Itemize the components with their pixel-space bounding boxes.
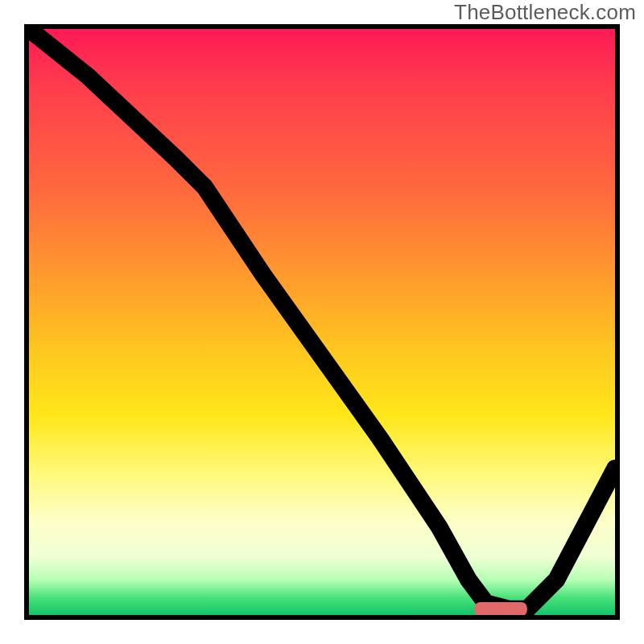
- plot-overlay: [29, 29, 615, 615]
- bottleneck-curve: [29, 29, 615, 609]
- watermark-text: TheBottleneck.com: [454, 0, 636, 25]
- plot-frame: [24, 24, 620, 620]
- optimal-range-marker: [474, 602, 527, 616]
- chart-canvas: TheBottleneck.com: [0, 0, 644, 644]
